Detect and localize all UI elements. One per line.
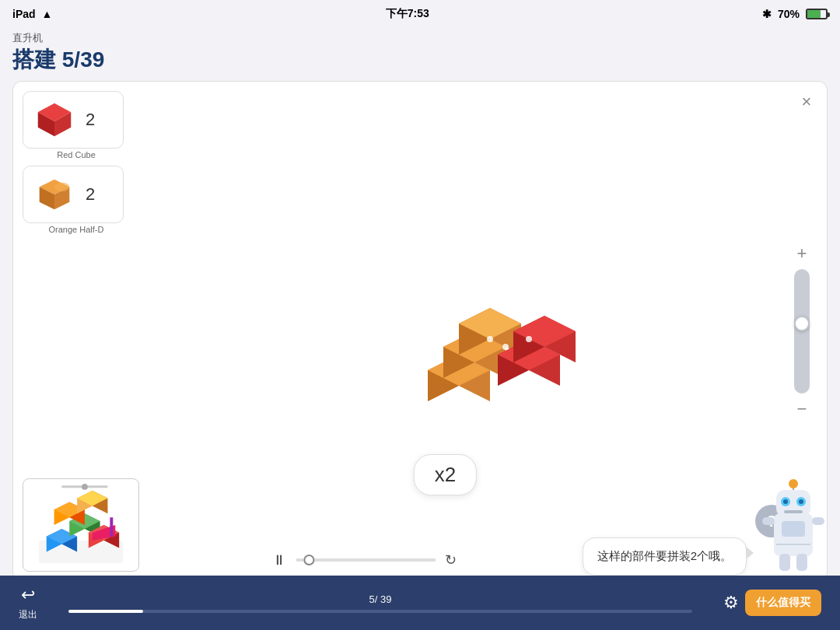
exit-button[interactable]: ↩ 退出 [19,585,37,621]
orange-half-label: Orange Half-D [29,225,124,234]
svg-point-51 [799,499,803,504]
svg-rect-60 [796,554,807,571]
bottom-progress: 5/ 39 [68,593,692,613]
chat-bubble: 这样的部件要拼装2个哦。 [583,537,747,576]
svg-point-50 [783,499,788,504]
part-item-orange-half: 2 [23,166,124,223]
status-left: iPad ▲ [12,8,52,20]
red-cube-icon [31,96,78,143]
red-cube-label: Red Cube [29,150,124,159]
red-cube-count: 2 [86,110,95,130]
orange-half-icon [31,171,78,218]
time-display: 下午7:53 [386,7,429,21]
svg-rect-57 [762,517,775,525]
settings-button[interactable]: ⚙ [723,593,739,613]
svg-rect-52 [784,510,803,513]
status-bar: iPad ▲ 下午7:53 ✱ 70% [0,0,840,28]
svg-point-23 [487,336,493,342]
bluetooth-icon: ✱ [762,8,772,20]
battery-icon [806,9,828,19]
exit-icon: ↩ [21,585,35,605]
model-area [373,269,607,425]
bottom-bar: ↩ 退出 5/ 39 ⚙ 什么值得买 [0,576,840,630]
parts-list: 2 Red Cube [23,91,124,234]
zoom-thumb[interactable] [794,316,810,331]
header: 直升机 搭建 5/39 [0,28,840,81]
robot-character [754,474,832,576]
close-button[interactable]: × [793,88,821,116]
status-right: ✱ 70% [762,8,828,20]
orange-half-count: 2 [86,184,95,205]
build-label: 搭建 [12,47,56,72]
pause-button[interactable]: ⏸ [272,552,286,569]
robot-area: 这样的部件要拼装2个哦。 [583,474,832,576]
model-thumbnail [23,478,139,572]
playback-track[interactable] [296,558,436,562]
playback-thumb[interactable] [303,555,314,565]
bottom-progress-label: 5/ 39 [369,593,392,605]
svg-point-43 [82,484,88,490]
bottom-progress-fill [68,610,143,613]
svg-rect-59 [779,554,790,571]
multiplier-bubble: x2 [414,454,477,495]
svg-point-7 [54,183,69,192]
svg-point-53 [789,479,798,488]
svg-point-25 [526,336,532,342]
zhiwanjia-badge[interactable]: 什么值得买 [745,590,821,616]
exit-label: 退出 [19,608,37,621]
svg-point-24 [502,344,509,350]
bottom-right-area: ⚙ 什么值得买 [723,590,821,616]
svg-rect-58 [812,517,824,525]
build-progress: 5/39 [62,47,105,72]
zoom-out-button[interactable]: − [789,397,814,422]
wifi-icon: ▲ [42,8,53,20]
bottom-progress-bar [68,610,692,613]
zoom-controls: + − [789,241,814,422]
replay-button[interactable]: ↻ [445,551,457,569]
zoom-slider[interactable] [794,269,810,394]
header-subtitle: 直升机 [12,31,828,45]
settings-icon: ⚙ [723,593,739,613]
device-label: iPad [12,8,36,20]
svg-rect-55 [782,521,805,537]
playback-controls: ⏸ ↻ [272,551,457,569]
zoom-in-button[interactable]: + [789,241,814,266]
chat-text: 这样的部件要拼装2个哦。 [597,549,732,562]
battery-percent: 70% [778,8,800,20]
part-item-red-cube: 2 [23,91,124,149]
header-title: 搭建 5/39 [12,45,828,75]
